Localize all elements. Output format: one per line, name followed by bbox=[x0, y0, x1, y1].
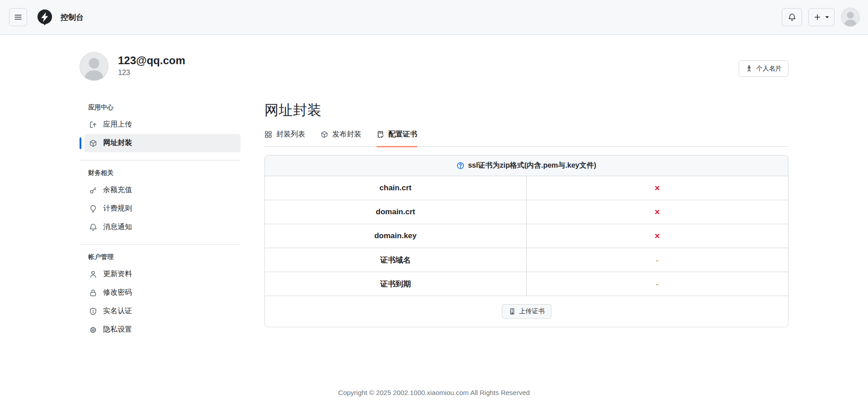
navbar-left: 控制台 bbox=[9, 8, 84, 26]
table-row: 证书到期 - bbox=[265, 272, 788, 296]
active-indicator-bar bbox=[80, 137, 81, 149]
cert-status-value: - bbox=[527, 272, 788, 296]
certificate-table: ssl证书为zip格式(内含.pem与.key文件) chain.crt × d… bbox=[264, 155, 788, 327]
shield-icon bbox=[89, 307, 97, 315]
menu-button[interactable] bbox=[9, 8, 27, 26]
sidebar-item-real-name-verify[interactable]: 实名认证 bbox=[84, 302, 241, 320]
sidebar-item-label: 更新资料 bbox=[103, 269, 132, 279]
sidebar-item-label: 修改密码 bbox=[103, 288, 132, 297]
triangle-down-icon bbox=[825, 16, 829, 19]
package-icon bbox=[89, 139, 97, 147]
table-footer-row: 上传证书 bbox=[265, 296, 788, 327]
cert-status-value: - bbox=[527, 248, 788, 272]
sidebar-section-label-finance: 财务相关 bbox=[80, 168, 241, 181]
sidebar-item-label: 余额充值 bbox=[103, 185, 132, 195]
tab-label: 配置证书 bbox=[388, 130, 417, 139]
profile-header: 123@qq.com 123 个人名片 bbox=[80, 35, 788, 81]
cert-file-label: domain.crt bbox=[265, 200, 527, 224]
upload-certificate-button[interactable]: 上传证书 bbox=[502, 304, 552, 319]
sidebar-item-update-profile[interactable]: 更新资料 bbox=[84, 265, 241, 283]
copyright-footer: Copyright © 2025 2002.1000.xiaomiou.com … bbox=[0, 389, 868, 396]
app-title: 控制台 bbox=[61, 12, 84, 23]
app-upload-icon bbox=[89, 121, 97, 129]
cert-status-value: × bbox=[527, 200, 788, 224]
sidebar-item-balance-recharge[interactable]: 余额充值 bbox=[84, 181, 241, 199]
question-circle-icon bbox=[457, 162, 464, 169]
profile-email: 123@qq.com bbox=[118, 54, 185, 67]
page-container: 123@qq.com 123 个人名片 应用中心 bbox=[80, 35, 788, 339]
sidebar-item-label: 网址封装 bbox=[103, 138, 132, 148]
page-title: 网址封装 bbox=[264, 101, 788, 120]
profile-text: 123@qq.com 123 bbox=[118, 52, 185, 77]
table-row: 证书域名 - bbox=[265, 248, 788, 272]
lightbulb-icon bbox=[89, 205, 97, 213]
cert-status-value: × bbox=[527, 224, 788, 248]
apps-icon bbox=[264, 131, 272, 138]
certificate-notice-row: ssl证书为zip格式(内含.pem与.key文件) bbox=[265, 155, 788, 176]
three-bars-icon bbox=[14, 13, 22, 21]
profile-username: 123 bbox=[118, 69, 185, 77]
package-icon bbox=[321, 131, 328, 138]
tab-label: 发布封装 bbox=[332, 130, 361, 139]
tab-package-list[interactable]: 封装列表 bbox=[264, 130, 305, 147]
plus-icon bbox=[814, 14, 821, 21]
navbar-right bbox=[782, 8, 860, 27]
sidebar-divider bbox=[80, 244, 241, 245]
table-row: domain.key × bbox=[265, 224, 788, 248]
sidebar-item-label: 隐私设置 bbox=[103, 325, 132, 334]
create-new-button[interactable] bbox=[808, 8, 835, 26]
user-avatar[interactable] bbox=[841, 8, 860, 27]
cert-status-value: × bbox=[527, 176, 788, 200]
sidebar-item-change-password[interactable]: 修改密码 bbox=[84, 283, 241, 302]
sidebar-item-billing-rules[interactable]: 计费规则 bbox=[84, 199, 241, 218]
sidebar-item-label: 计费规则 bbox=[103, 204, 132, 213]
person-icon bbox=[89, 270, 97, 278]
sidebar-section-label-account: 帐户管理 bbox=[80, 252, 241, 265]
sidebar-item-privacy-settings[interactable]: 隐私设置 bbox=[84, 320, 241, 339]
bell-icon bbox=[89, 223, 97, 231]
sidebar-section-label-app-center: 应用中心 bbox=[80, 103, 241, 115]
table-row: domain.crt × bbox=[265, 200, 788, 224]
person-card-icon bbox=[745, 65, 753, 72]
cert-file-label: chain.crt bbox=[265, 176, 527, 200]
sidebar-item-label: 实名认证 bbox=[103, 306, 132, 316]
content-row: 应用中心 应用上传 网址封装 bbox=[80, 81, 788, 339]
sidebar-item-url-package[interactable]: 网址封装 bbox=[84, 134, 241, 152]
zap-logo-icon[interactable] bbox=[36, 9, 53, 26]
zip-file-icon bbox=[509, 308, 516, 315]
notifications-button[interactable] bbox=[782, 8, 802, 26]
tab-bar: 封装列表 发布封装 bbox=[264, 130, 788, 147]
lock-icon bbox=[89, 289, 97, 297]
cert-file-label: domain.key bbox=[265, 224, 527, 248]
tab-configure-certificate[interactable]: 配置证书 bbox=[377, 130, 417, 147]
personal-card-button[interactable]: 个人名片 bbox=[739, 60, 788, 77]
table-row: chain.crt × bbox=[265, 176, 788, 200]
sidebar-item-notifications[interactable]: 消息通知 bbox=[84, 218, 241, 236]
key-icon bbox=[89, 186, 97, 194]
sidebar-divider bbox=[80, 160, 241, 160]
cert-field-label: 证书域名 bbox=[265, 248, 527, 272]
sidebar-item-label: 消息通知 bbox=[103, 222, 132, 232]
sidebar-item-label: 应用上传 bbox=[103, 120, 132, 129]
personal-card-label: 个人名片 bbox=[756, 65, 782, 73]
bell-icon bbox=[788, 13, 796, 21]
profile-avatar[interactable] bbox=[80, 52, 108, 81]
certificate-notice-text: ssl证书为zip格式(内含.pem与.key文件) bbox=[468, 161, 596, 170]
upload-certificate-label: 上传证书 bbox=[519, 307, 545, 315]
top-navbar: 控制台 bbox=[0, 0, 868, 35]
gear-icon bbox=[89, 326, 97, 334]
sidebar: 应用中心 应用上传 网址封装 bbox=[80, 103, 241, 339]
main-content: 网址封装 封装列表 bbox=[264, 101, 788, 339]
file-check-icon bbox=[377, 131, 384, 138]
cert-field-label: 证书到期 bbox=[265, 272, 527, 296]
tab-publish-package[interactable]: 发布封装 bbox=[321, 130, 361, 147]
tab-label: 封装列表 bbox=[276, 130, 305, 139]
sidebar-item-app-upload[interactable]: 应用上传 bbox=[84, 115, 241, 134]
